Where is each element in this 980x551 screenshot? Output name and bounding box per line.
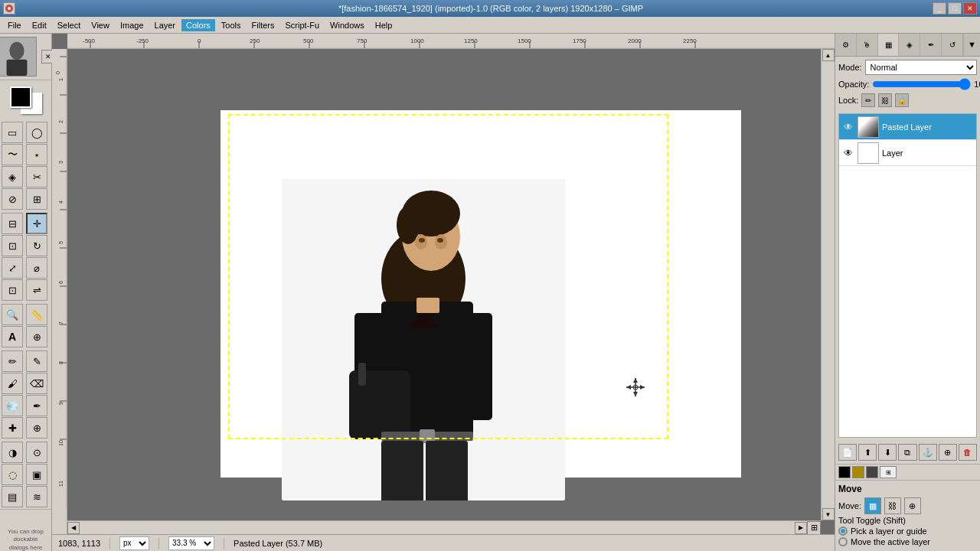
align-tool[interactable]: ⊟ (2, 213, 23, 234)
merge-layer-button[interactable]: ⊕ (939, 444, 957, 461)
color-picker-tool[interactable]: ✏ (2, 350, 23, 372)
ellipse-select-tool[interactable]: ◯ (26, 122, 47, 143)
swatch-special[interactable]: ⊞ (880, 466, 897, 478)
zoom-select[interactable]: 33.3 % 25 % 50 % 100 % (168, 536, 214, 550)
lock-pixels-button[interactable]: ✏ (861, 93, 875, 107)
move-title: Move (838, 484, 977, 494)
swatch-gold[interactable] (852, 466, 864, 478)
paths-tool[interactable]: ⊘ (2, 188, 23, 210)
layer-item-base[interactable]: 👁 Layer (839, 140, 976, 166)
paintbrush-tool[interactable]: 🖌 (2, 373, 23, 394)
tab-device-status[interactable]: 🖱 (857, 34, 878, 56)
scroll-left-button[interactable]: ◀ (67, 522, 80, 534)
mode-row: Mode: Normal Multiply Screen Overlay (838, 60, 977, 75)
by-color-tool[interactable]: ◈ (2, 166, 23, 187)
radio-active-dot[interactable] (838, 537, 848, 546)
mode-select[interactable]: Normal Multiply Screen Overlay (865, 60, 977, 75)
warp-tool[interactable]: ≋ (26, 486, 47, 507)
perspective-tool[interactable]: ⊡ (2, 279, 23, 301)
swatch-black[interactable] (838, 466, 851, 478)
opacity-slider[interactable] (872, 78, 971, 90)
radio-pick-layer[interactable]: Pick a layer or guide (838, 527, 977, 536)
free-select-tool[interactable]: 〜 (2, 144, 23, 165)
move-pointer-button[interactable]: ⊕ (904, 497, 921, 514)
pencil-tool[interactable]: ✎ (26, 350, 47, 372)
tab-undo[interactable]: ↺ (942, 34, 963, 56)
menu-image[interactable]: Image (116, 19, 149, 31)
foreground-color[interactable] (10, 86, 31, 108)
anchor-layer-button[interactable]: ⚓ (919, 444, 937, 461)
fg-bg-colors[interactable] (10, 86, 42, 114)
ink-tool[interactable]: ✒ (26, 395, 47, 416)
menu-file[interactable]: File (3, 19, 26, 31)
shear-tool[interactable]: ⌀ (26, 257, 47, 279)
minimize-button[interactable]: _ (933, 2, 946, 15)
menu-windows[interactable]: Windows (325, 19, 369, 31)
tab-channels[interactable]: ◈ (899, 34, 920, 56)
airbrush-tool[interactable]: 💨 (2, 395, 23, 416)
radio-active-layer[interactable]: Move the active layer (838, 537, 977, 546)
panel-menu-button[interactable]: ▼ (963, 34, 980, 55)
text-tool[interactable]: A (2, 326, 23, 347)
delete-layer-button[interactable]: 🗑 (959, 444, 977, 461)
paint-select-tool[interactable]: ⊞ (26, 188, 47, 210)
menu-scriptfu[interactable]: Script-Fu (280, 19, 324, 31)
tab-paths[interactable]: ✒ (920, 34, 942, 56)
canvas-fit-button[interactable]: ⊞ (807, 521, 821, 535)
scroll-right-button[interactable]: ▶ (795, 522, 807, 534)
horizontal-scrollbar[interactable]: ◀ ▶ ⊞ (67, 520, 821, 534)
rectangle-select-tool[interactable]: ▭ (2, 122, 23, 143)
scissors-tool[interactable]: ✂ (26, 166, 47, 187)
menu-select[interactable]: Select (53, 19, 86, 31)
canvas-container[interactable] (67, 49, 835, 534)
lower-layer-button[interactable]: ⬇ (878, 444, 897, 461)
scroll-up-button[interactable]: ▲ (822, 49, 835, 61)
lock-position-button[interactable]: ⛓ (878, 93, 892, 107)
blend-tool[interactable]: ▤ (2, 486, 23, 507)
canvas-scroll-area[interactable]: -500 -250 0 250 500 750 1000 1250 (52, 34, 835, 534)
duplicate-layer-button[interactable]: ⧉ (898, 444, 916, 461)
zoom-tool[interactable]: 🔍 (2, 304, 23, 325)
scale-tool[interactable]: ⤢ (2, 257, 23, 279)
layer-visibility-base[interactable]: 👁 (842, 147, 854, 159)
tab-tool-options[interactable]: ⚙ (835, 34, 857, 56)
swatch-gray[interactable] (866, 466, 878, 478)
menu-tools[interactable]: Tools (217, 19, 246, 31)
lock-all-button[interactable]: 🔒 (895, 93, 909, 107)
rotate-tool[interactable]: ↻ (26, 235, 47, 256)
clone-tool[interactable]: ⊕ (26, 417, 47, 439)
maximize-button[interactable]: □ (948, 2, 962, 15)
menu-colors[interactable]: Colors (181, 19, 215, 31)
flip-tool[interactable]: ⇌ (26, 279, 47, 301)
close-button[interactable]: ✕ (963, 2, 977, 15)
heal-tool[interactable]: ✚ (2, 417, 23, 439)
fuzzy-select-tool[interactable]: ⋆ (26, 144, 47, 165)
move-link-button[interactable]: ⛓ (884, 497, 901, 514)
crop-tool[interactable]: ⊡ (2, 235, 23, 256)
vertical-scrollbar[interactable]: ▲ ▼ (821, 49, 835, 520)
scroll-down-button[interactable]: ▼ (822, 508, 835, 520)
menu-layer[interactable]: Layer (150, 19, 181, 31)
layer-thumb-pasted (858, 116, 879, 138)
convolve-tool[interactable]: ◌ (2, 464, 23, 485)
move-tool[interactable]: ✛ (26, 213, 47, 234)
eraser-tool[interactable]: ⌫ (26, 373, 47, 394)
layer-item-pasted[interactable]: 👁 Pasted Layer (839, 114, 976, 140)
dodge-burn-tool[interactable]: ◑ (2, 442, 23, 463)
radio-pick-dot[interactable] (838, 527, 848, 536)
new-layer-button[interactable]: 📄 (838, 444, 857, 461)
menu-filters[interactable]: Filters (247, 19, 279, 31)
layer-visibility-pasted[interactable]: 👁 (842, 121, 854, 133)
menu-help[interactable]: Help (371, 19, 397, 31)
units-select[interactable]: px mm in (119, 536, 149, 550)
smudge-tool[interactable]: ⊙ (26, 442, 47, 463)
move-layer-button[interactable]: ▦ (864, 497, 881, 514)
svg-text:5: 5 (58, 241, 64, 244)
tab-layers[interactable]: ▦ (878, 34, 900, 56)
gegl-tool[interactable]: ⊕ (26, 326, 47, 347)
raise-layer-button[interactable]: ⬆ (858, 444, 877, 461)
menu-edit[interactable]: Edit (28, 19, 51, 31)
bucket-fill-tool[interactable]: ▣ (26, 464, 47, 485)
measure-tool[interactable]: 📏 (26, 304, 47, 325)
menu-view[interactable]: View (87, 19, 114, 31)
